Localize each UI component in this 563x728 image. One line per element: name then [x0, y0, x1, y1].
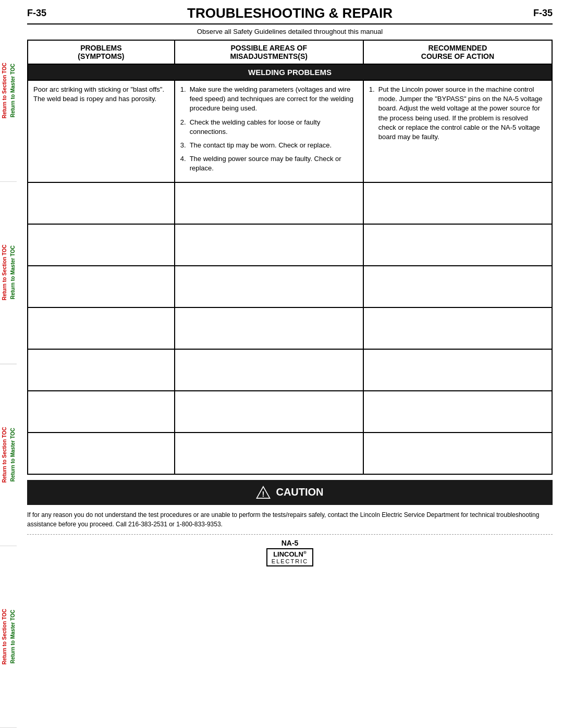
problem-text-1: Poor arc striking with sticking or "blas…: [33, 85, 169, 104]
problem-cell-1: Poor arc striking with sticking or "blas…: [28, 80, 175, 182]
lincoln-brand-electric: ELECTRIC: [272, 558, 308, 564]
welding-problems-label: WELDING PROBLEMS: [28, 64, 552, 80]
empty-row-5: [28, 349, 552, 391]
return-master-toc-4[interactable]: Return to Master TOC: [8, 546, 17, 727]
main-table: PROBLEMS(SYMPTOMS) POSSIBLE AREAS OFMISA…: [27, 40, 553, 475]
action-item-1: 1. Put the Lincoln power source in the m…: [369, 85, 546, 142]
page-num-left: F-35: [27, 8, 46, 19]
action-list-1: 1. Put the Lincoln power source in the m…: [369, 85, 546, 142]
misadjustments-cell-1: 1. Make sure the welding parameters (vol…: [175, 80, 363, 182]
caution-box: ! CAUTION: [27, 480, 553, 505]
empty-row-4: [28, 307, 552, 349]
empty-cell-5c: [363, 349, 552, 391]
sidebar: Return to Section TOC Return to Master T…: [0, 0, 17, 728]
subtitle: Observe all Safety Guidelines detailed t…: [27, 28, 553, 35]
action-content-1: 1. Put the Lincoln power source in the m…: [369, 85, 546, 142]
empty-row-7: [28, 433, 552, 474]
action-cell-1: 1. Put the Lincoln power source in the m…: [363, 80, 552, 182]
empty-cell-6c: [363, 391, 552, 433]
registered-mark: ®: [303, 550, 307, 555]
misadj-item-2: 2. Check the welding cables for loose or…: [180, 118, 358, 137]
caution-triangle-icon: !: [256, 485, 271, 500]
empty-cell-1a: [28, 182, 175, 224]
empty-row-3: [28, 266, 552, 307]
empty-cell-7b: [175, 433, 363, 474]
empty-cell-2a: [28, 224, 175, 266]
col-header-misadjustments: POSSIBLE AREAS OFMISADJUSTMENTS(S): [175, 40, 363, 64]
table-header-row: PROBLEMS(SYMPTOMS) POSSIBLE AREAS OFMISA…: [28, 40, 552, 64]
page-title: TROUBLESHOOTING & REPAIR: [46, 5, 533, 21]
problem-description-1: Poor arc striking with sticking or "blas…: [33, 85, 169, 104]
svg-text:!: !: [262, 490, 265, 498]
return-section-toc-2[interactable]: Return to Section TOC: [0, 182, 8, 363]
empty-row-2: [28, 224, 552, 266]
misadjustments-content-1: 1. Make sure the welding parameters (vol…: [180, 85, 358, 174]
return-section-toc-1[interactable]: Return to Section TOC: [0, 0, 8, 181]
misadj-item-3: 3. The contact tip may be worn. Check or…: [180, 141, 358, 150]
welding-problems-header: WELDING PROBLEMS: [28, 64, 552, 80]
empty-cell-3c: [363, 266, 552, 307]
misadj-item-4: 4. The welding power source may be fault…: [180, 154, 358, 173]
empty-cell-7c: [363, 433, 552, 474]
empty-row-6: [28, 391, 552, 433]
empty-cell-6a: [28, 391, 175, 433]
footer-brand: NA-5 LINCOLN® ELECTRIC: [27, 534, 553, 566]
misadj-item-1: 1. Make sure the welding parameters (vol…: [180, 85, 358, 114]
empty-cell-2c: [363, 224, 552, 266]
caution-label: CAUTION: [276, 486, 323, 498]
lincoln-brand-name: LINCOLN®: [272, 550, 308, 558]
empty-cell-4a: [28, 307, 175, 349]
empty-cell-4b: [175, 307, 363, 349]
return-master-toc-2[interactable]: Return to Master TOC: [8, 182, 17, 363]
empty-cell-1c: [363, 182, 552, 224]
col-header-problems: PROBLEMS(SYMPTOMS): [28, 40, 175, 64]
empty-cell-7a: [28, 433, 175, 474]
toc-group-1: Return to Section TOC Return to Master T…: [0, 0, 17, 182]
footer-warning-text: If for any reason you do not understand …: [27, 510, 553, 529]
misadjustments-list-1: 1. Make sure the welding parameters (vol…: [180, 85, 358, 174]
return-master-toc-3[interactable]: Return to Master TOC: [8, 364, 17, 546]
return-section-toc-4[interactable]: Return to Section TOC: [0, 546, 8, 727]
empty-cell-2b: [175, 224, 363, 266]
toc-group-3: Return to Section TOC Return to Master T…: [0, 364, 17, 546]
return-master-toc-1[interactable]: Return to Master TOC: [8, 0, 17, 181]
main-content: F-35 TROUBLESHOOTING & REPAIR F-35 Obser…: [17, 0, 563, 728]
empty-cell-3b: [175, 266, 363, 307]
empty-cell-6b: [175, 391, 363, 433]
empty-cell-5b: [175, 349, 363, 391]
empty-cell-3a: [28, 266, 175, 307]
lincoln-box: LINCOLN® ELECTRIC: [266, 548, 313, 566]
empty-cell-4c: [363, 307, 552, 349]
toc-group-4: Return to Section TOC Return to Master T…: [0, 546, 17, 728]
empty-row-1: [28, 182, 552, 224]
return-section-toc-3[interactable]: Return to Section TOC: [0, 364, 8, 546]
page-num-right: F-35: [533, 8, 553, 19]
table-row-1: Poor arc striking with sticking or "blas…: [28, 80, 552, 182]
footer-model: NA-5: [27, 539, 553, 547]
empty-cell-1b: [175, 182, 363, 224]
empty-cell-5a: [28, 349, 175, 391]
page-header: F-35 TROUBLESHOOTING & REPAIR F-35: [27, 5, 553, 24]
toc-group-2: Return to Section TOC Return to Master T…: [0, 182, 17, 364]
col-header-action: RECOMMENDEDCOURSE OF ACTION: [363, 40, 552, 64]
